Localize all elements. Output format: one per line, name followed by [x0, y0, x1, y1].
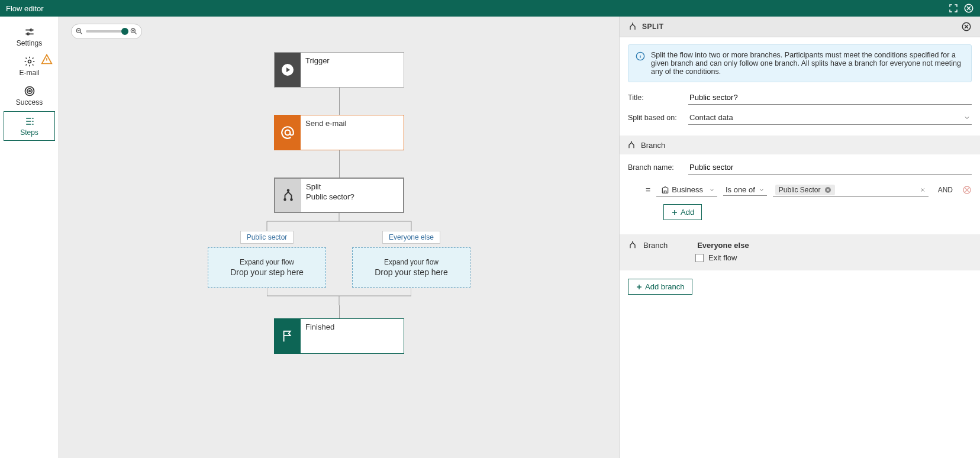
- drop-zone[interactable]: Expand your flow Drop your step here: [208, 247, 326, 288]
- steps-icon: [24, 115, 36, 127]
- at-sign-icon: [280, 125, 295, 140]
- split-based-select[interactable]: Contact data: [688, 111, 972, 125]
- chevron-down-icon: [759, 187, 765, 193]
- exit-flow-checkbox[interactable]: [695, 254, 704, 262]
- svg-point-3: [28, 60, 31, 63]
- add-branch-button[interactable]: Add branch: [628, 279, 692, 295]
- chip-remove-icon[interactable]: [824, 186, 831, 193]
- split-icon: [282, 189, 295, 202]
- value-chip[interactable]: Public Sector: [775, 185, 835, 195]
- condition-field-select[interactable]: Business: [656, 183, 717, 197]
- svg-point-6: [28, 91, 30, 92]
- properties-panel: SPLIT Split the flow into two or more br…: [619, 17, 980, 458]
- node-title: Send e-mail: [305, 119, 399, 128]
- info-icon: [636, 51, 645, 61]
- sidebar-item-label: Steps: [20, 128, 38, 137]
- sidebar-item-label: Settings: [17, 39, 42, 47]
- clear-input-icon[interactable]: [919, 186, 926, 193]
- branch-everyone-else: Everyone else Expand your flow Drop your…: [352, 231, 470, 288]
- add-condition-button[interactable]: Add: [663, 204, 702, 220]
- drop-zone[interactable]: Expand your flow Drop your step here: [352, 247, 470, 288]
- branch-name-input[interactable]: [688, 160, 972, 175]
- panel-title: SPLIT: [642, 22, 664, 31]
- title-input[interactable]: [688, 91, 972, 105]
- delete-condition-icon[interactable]: [962, 185, 972, 195]
- svg-point-1: [30, 29, 31, 31]
- svg-point-13: [288, 189, 289, 191]
- zoom-out-icon[interactable]: [75, 27, 83, 36]
- play-icon: [281, 63, 295, 77]
- chevron-down-icon: [709, 187, 715, 193]
- sidebar-item-steps[interactable]: Steps: [4, 111, 55, 141]
- node-title: Trigger: [305, 56, 399, 65]
- zoom-control[interactable]: [71, 24, 142, 39]
- split-icon: [628, 22, 637, 31]
- split-based-label: Split based on:: [628, 114, 681, 122]
- flag-icon: [281, 330, 294, 343]
- svg-point-10: [285, 130, 291, 136]
- condition-row: = Business Is one of Public Sector: [628, 180, 972, 199]
- svg-point-2: [27, 33, 28, 35]
- node-finished[interactable]: Finished: [274, 318, 404, 354]
- svg-point-11: [284, 199, 286, 201]
- sidebar-item-success[interactable]: Success: [4, 82, 55, 110]
- svg-point-12: [291, 199, 292, 201]
- left-sidebar: Settings E-mail Success Steps: [0, 17, 59, 458]
- branch-public-sector: Public sector Expand your flow Drop your…: [208, 231, 326, 288]
- plus-icon: [671, 209, 678, 216]
- sliders-icon: [24, 26, 36, 38]
- flow-canvas[interactable]: Trigger Send e-mail Split: [59, 17, 619, 458]
- node-send-email[interactable]: Send e-mail: [274, 115, 404, 150]
- split-icon: [627, 140, 636, 150]
- equals-icon: =: [646, 185, 650, 195]
- gear-icon: [24, 56, 36, 67]
- plus-icon: [636, 283, 643, 291]
- window-header: Flow editor: [0, 0, 980, 17]
- logical-operator[interactable]: AND: [934, 186, 956, 194]
- chevron-down-icon: [963, 114, 971, 121]
- node-subtitle: Public sector?: [306, 192, 398, 201]
- title-label: Title:: [628, 93, 681, 102]
- branch-label[interactable]: Public sector: [240, 231, 294, 244]
- exit-flow-label: Exit flow: [708, 253, 737, 262]
- close-icon[interactable]: [963, 3, 974, 14]
- branch-label[interactable]: Everyone else: [382, 231, 440, 244]
- warning-icon: [41, 53, 53, 65]
- zoom-in-icon[interactable]: [130, 27, 138, 36]
- zoom-slider[interactable]: [86, 30, 127, 33]
- branch-section-header: Branch: [620, 136, 980, 154]
- sidebar-item-label: E-mail: [19, 69, 39, 77]
- node-title: Split: [306, 182, 398, 191]
- everyone-else-title: Everyone else: [697, 241, 749, 250]
- everyone-else-section: Branch Everyone else Exit flow: [620, 234, 980, 270]
- node-title: Finished: [305, 322, 399, 331]
- svg-point-4: [25, 87, 34, 96]
- node-trigger[interactable]: Trigger: [274, 52, 404, 88]
- sidebar-item-email[interactable]: E-mail: [4, 52, 55, 80]
- condition-operator-select[interactable]: Is one of: [723, 184, 767, 196]
- svg-point-5: [27, 89, 31, 93]
- node-split[interactable]: Split Public sector?: [274, 178, 404, 213]
- window-title: Flow editor: [6, 4, 44, 13]
- maximize-icon[interactable]: [948, 3, 959, 14]
- info-banner: Split the flow into two or more branches…: [628, 44, 972, 82]
- sidebar-item-label: Success: [16, 98, 43, 107]
- building-icon: [661, 186, 669, 194]
- target-icon: [24, 85, 36, 97]
- split-icon: [628, 240, 637, 250]
- condition-value-input[interactable]: Public Sector: [773, 183, 929, 197]
- branch-name-label: Branch name:: [628, 163, 681, 172]
- close-panel-icon[interactable]: [961, 21, 972, 32]
- sidebar-item-settings[interactable]: Settings: [4, 22, 55, 51]
